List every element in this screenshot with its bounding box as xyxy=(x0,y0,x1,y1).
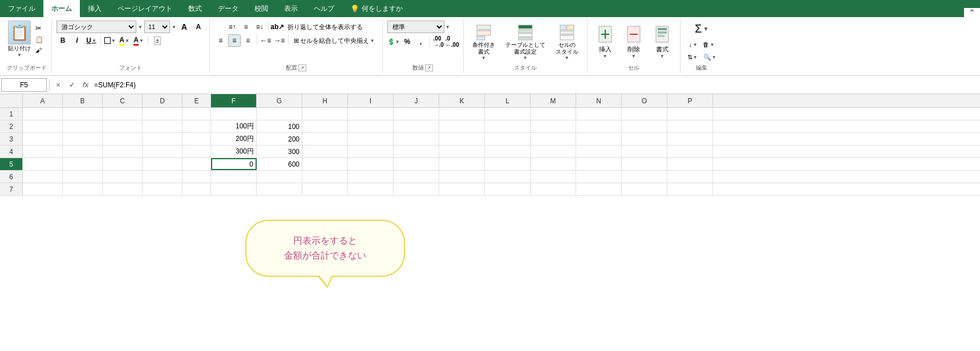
cell-i6[interactable] xyxy=(348,171,394,183)
align-left-button[interactable]: ≡ xyxy=(214,34,227,47)
cell-o3[interactable] xyxy=(622,133,667,145)
cell-h6[interactable] xyxy=(302,171,348,183)
decrease-decimal-button[interactable]: .0←.00 xyxy=(446,35,459,48)
cell-l4[interactable] xyxy=(485,146,531,158)
cell-g4[interactable]: 300 xyxy=(257,146,302,158)
col-header-c[interactable]: C xyxy=(103,94,143,107)
cell-b3[interactable] xyxy=(63,133,103,145)
cell-g2[interactable]: 100 xyxy=(257,120,302,132)
cell-i4[interactable] xyxy=(348,146,394,158)
accounting-format-button[interactable]: 💲▼ xyxy=(387,35,400,48)
cell-o5[interactable] xyxy=(622,158,667,170)
cell-l7[interactable] xyxy=(485,183,531,195)
tab-insert[interactable]: 挿入 xyxy=(80,0,110,17)
find-select-button[interactable]: 🔍▼ xyxy=(701,52,719,63)
cell-k4[interactable] xyxy=(439,146,485,158)
cell-p7[interactable] xyxy=(667,183,713,195)
cell-e7[interactable] xyxy=(183,183,211,195)
cell-i1[interactable] xyxy=(348,108,394,120)
cell-l3[interactable] xyxy=(485,133,531,145)
row-header-2[interactable]: 2 xyxy=(0,120,23,132)
comma-format-button[interactable]: , xyxy=(415,35,427,48)
decrease-font-size-button[interactable]: A xyxy=(192,21,205,33)
tab-help[interactable]: ヘルプ xyxy=(306,0,342,17)
cell-f3[interactable]: 200円 xyxy=(211,133,257,145)
cell-a3[interactable] xyxy=(23,133,63,145)
number-format-select[interactable]: 標準 xyxy=(387,21,444,33)
cell-b6[interactable] xyxy=(63,171,103,183)
table-format-button[interactable]: テーブルとして書式設定 ▼ xyxy=(501,22,549,62)
cell-j2[interactable] xyxy=(394,120,439,132)
cell-b2[interactable] xyxy=(63,120,103,132)
cell-k7[interactable] xyxy=(439,183,485,195)
cell-m4[interactable] xyxy=(531,146,576,158)
row-header-4[interactable]: 4 xyxy=(0,146,23,158)
cell-o1[interactable] xyxy=(622,108,667,120)
increase-decimal-button[interactable]: .00→.0 xyxy=(432,35,445,48)
row-header-1[interactable]: 1 xyxy=(0,108,23,120)
cell-k2[interactable] xyxy=(439,120,485,132)
col-header-m[interactable]: M xyxy=(531,94,576,107)
align-center-button[interactable]: ≡ xyxy=(228,34,241,47)
fx-button[interactable]: fx xyxy=(79,79,92,91)
cell-c7[interactable] xyxy=(103,183,143,195)
font-extra-btn[interactable]: ± xyxy=(151,34,164,47)
cell-a7[interactable] xyxy=(23,183,63,195)
cell-a2[interactable] xyxy=(23,120,63,132)
cell-n5[interactable] xyxy=(576,158,622,170)
cell-l6[interactable] xyxy=(485,171,531,183)
cell-a4[interactable] xyxy=(23,146,63,158)
cell-g7[interactable] xyxy=(257,183,302,195)
cell-d5[interactable] xyxy=(143,158,183,170)
cell-g3[interactable]: 200 xyxy=(257,133,302,145)
sort-filter-button[interactable]: ⇅▼ xyxy=(685,52,700,63)
insert-cells-button[interactable]: 挿入 ▼ xyxy=(592,23,618,60)
cell-e3[interactable] xyxy=(183,133,211,145)
underline-button[interactable]: U ▼ xyxy=(85,34,98,47)
cell-n6[interactable] xyxy=(576,171,622,183)
cell-e1[interactable] xyxy=(183,108,211,120)
cell-j7[interactable] xyxy=(394,183,439,195)
cell-c1[interactable] xyxy=(103,108,143,120)
cell-b4[interactable] xyxy=(63,146,103,158)
cell-b5[interactable] xyxy=(63,158,103,170)
cell-c6[interactable] xyxy=(103,171,143,183)
cell-f4[interactable]: 300円 xyxy=(211,146,257,158)
cell-a5[interactable] xyxy=(23,158,63,170)
col-header-k[interactable]: K xyxy=(439,94,485,107)
cell-k1[interactable] xyxy=(439,108,485,120)
cell-p4[interactable] xyxy=(667,146,713,158)
autosum-button[interactable]: Σ ▼ xyxy=(692,21,711,37)
cell-k3[interactable] xyxy=(439,133,485,145)
cell-j1[interactable] xyxy=(394,108,439,120)
tab-view[interactable]: 表示 xyxy=(276,0,306,17)
cell-j4[interactable] xyxy=(394,146,439,158)
tab-formulas[interactable]: 数式 xyxy=(180,0,210,17)
cell-c5[interactable] xyxy=(103,158,143,170)
cell-f1[interactable] xyxy=(211,108,257,120)
cell-e5[interactable] xyxy=(183,158,211,170)
increase-font-size-button[interactable]: A xyxy=(178,21,191,33)
cell-j3[interactable] xyxy=(394,133,439,145)
cut-button[interactable]: ✂ xyxy=(33,23,46,34)
cell-h1[interactable] xyxy=(302,108,348,120)
row-header-6[interactable]: 6 xyxy=(0,171,23,183)
cell-d7[interactable] xyxy=(143,183,183,195)
col-header-d[interactable]: D xyxy=(143,94,183,107)
cell-p1[interactable] xyxy=(667,108,713,120)
cell-m3[interactable] xyxy=(531,133,576,145)
row-header-3[interactable]: 3 xyxy=(0,133,23,145)
merge-center-button[interactable]: ⊞ セルを結合して中央揃え ▼ xyxy=(291,34,378,47)
cell-p5[interactable] xyxy=(667,158,713,170)
cell-b7[interactable] xyxy=(63,183,103,195)
number-dialog-launcher[interactable]: ↗ xyxy=(425,64,433,71)
cell-m7[interactable] xyxy=(531,183,576,195)
cell-i7[interactable] xyxy=(348,183,394,195)
cell-m2[interactable] xyxy=(531,120,576,132)
conditional-formatting-button[interactable]: 条件付き書式 ▼ xyxy=(468,22,499,62)
cell-m6[interactable] xyxy=(531,171,576,183)
col-header-b[interactable]: B xyxy=(63,94,103,107)
cell-i5[interactable] xyxy=(348,158,394,170)
cell-f5[interactable]: 0 xyxy=(211,158,257,170)
col-header-h[interactable]: H xyxy=(302,94,348,107)
